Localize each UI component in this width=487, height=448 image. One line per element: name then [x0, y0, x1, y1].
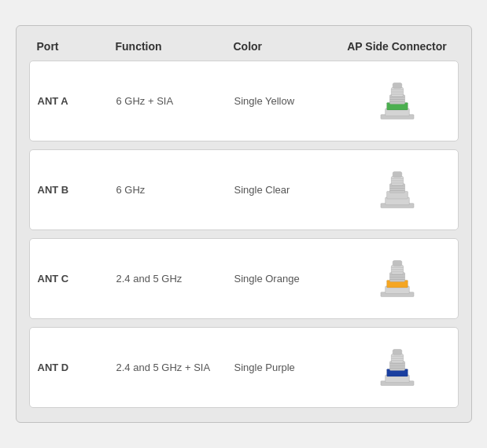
- header-connector: AP Side Connector: [344, 40, 451, 53]
- table-header: Port Function Color AP Side Connector: [29, 40, 459, 61]
- svg-rect-47: [393, 350, 401, 355]
- function-label-ant-d: 2.4 and 5 GHz + SIA: [116, 362, 234, 373]
- connector-ant-d: [345, 342, 450, 393]
- port-label-ant-a: ANT A: [38, 95, 116, 107]
- connector-ant-b: [345, 164, 450, 215]
- table-row-ant-c: ANT C 2.4 and 5 GHz Single Orange: [29, 238, 459, 319]
- svg-rect-11: [393, 83, 401, 89]
- color-label-ant-c: Single Orange: [234, 273, 345, 285]
- header-function: Function: [116, 40, 234, 53]
- function-label-ant-b: 6 GHz: [116, 184, 234, 196]
- color-label-ant-b: Single Clear: [234, 184, 345, 196]
- table-body: ANT A 6 GHz + SIA Single Yellow: [29, 61, 459, 408]
- header-port: Port: [37, 40, 116, 53]
- header-color: Color: [234, 40, 344, 53]
- table-row-ant-a: ANT A 6 GHz + SIA Single Yellow: [29, 61, 459, 141]
- function-label-ant-c: 2.4 and 5 GHz: [116, 273, 234, 285]
- port-label-ant-c: ANT C: [38, 273, 116, 285]
- port-label-ant-d: ANT D: [38, 362, 116, 373]
- connector-ant-a: [345, 75, 450, 127]
- connector-ant-c: [345, 253, 450, 304]
- svg-rect-35: [393, 261, 401, 266]
- svg-rect-23: [393, 172, 401, 178]
- color-label-ant-d: Single Purple: [234, 362, 345, 373]
- function-label-ant-a: 6 GHz + SIA: [116, 95, 234, 107]
- color-label-ant-a: Single Yellow: [234, 95, 345, 107]
- main-table: Port Function Color AP Side Connector AN…: [16, 25, 472, 423]
- table-row-ant-d: ANT D 2.4 and 5 GHz + SIA Single Purple: [29, 327, 459, 408]
- table-row-ant-b: ANT B 6 GHz Single Clear: [29, 149, 459, 230]
- port-label-ant-b: ANT B: [38, 184, 116, 196]
